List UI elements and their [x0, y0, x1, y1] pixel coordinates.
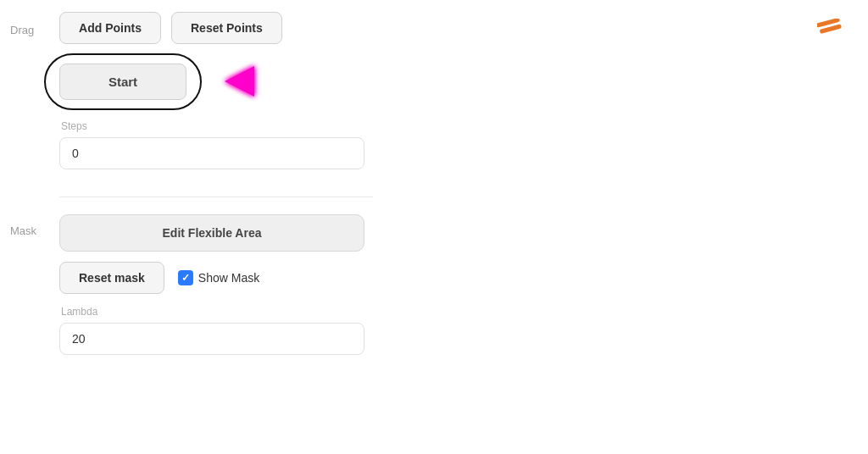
start-row: Start: [59, 56, 868, 107]
drag-content: Add Points Reset Points Start: [59, 12, 868, 183]
drag-section: Drag Add Points Reset Points Start: [0, 12, 868, 183]
mask-section: Mask Edit Flexible Area Reset mask ✓ Sho…: [0, 214, 868, 368]
show-mask-text: Show Mask: [198, 271, 259, 285]
checkbox-check-icon: ✓: [181, 272, 190, 284]
lambda-label: Lambda: [59, 306, 868, 318]
main-container: Drag Add Points Reset Points Start: [0, 0, 868, 454]
reset-mask-button[interactable]: Reset mask: [59, 262, 164, 294]
mask-content: Edit Flexible Area Reset mask ✓ Show Mas…: [59, 214, 868, 368]
lambda-input[interactable]: [59, 323, 364, 355]
mask-label: Mask: [0, 214, 59, 237]
points-buttons-row: Add Points Reset Points: [59, 12, 868, 44]
reset-points-button[interactable]: Reset Points: [171, 12, 282, 44]
top-right-icon: [817, 17, 843, 39]
start-button[interactable]: Start: [59, 64, 186, 100]
start-ellipse: Start: [59, 64, 186, 100]
svg-marker-3: [225, 66, 254, 97]
lambda-section: Lambda: [59, 306, 868, 355]
divider: [59, 197, 373, 197]
show-mask-checkbox[interactable]: ✓: [178, 270, 193, 285]
drag-label: Drag: [0, 12, 59, 36]
steps-input[interactable]: [59, 137, 364, 169]
arrow-annotation: [195, 56, 364, 107]
show-mask-label[interactable]: ✓ Show Mask: [178, 270, 259, 285]
steps-section: Steps: [59, 120, 868, 169]
mask-bottom-row: Reset mask ✓ Show Mask: [59, 262, 868, 294]
edit-flexible-area-button[interactable]: Edit Flexible Area: [59, 214, 364, 252]
add-points-button[interactable]: Add Points: [59, 12, 161, 44]
steps-label: Steps: [59, 120, 868, 132]
